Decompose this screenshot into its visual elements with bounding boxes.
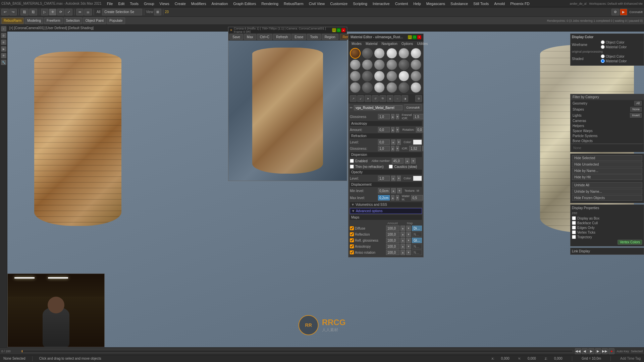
- disp-min-spin-up[interactable]: ▲: [391, 188, 396, 193]
- mat-sphere-6[interactable]: [411, 48, 421, 59]
- sidebar-utilities-icon[interactable]: 🔧: [1, 60, 6, 65]
- scale-btn[interactable]: ⤢: [65, 9, 72, 15]
- sidebar-display-icon[interactable]: 👁: [1, 53, 6, 58]
- menu-edit[interactable]: Edit: [115, 1, 127, 6]
- disp-max-spin-down[interactable]: ▼: [396, 195, 399, 200]
- hide-by-hit-btn[interactable]: Hide by Hit: [572, 174, 642, 180]
- refr-spin-up[interactable]: ▲: [391, 139, 395, 145]
- mat-menu-options[interactable]: Options: [400, 42, 415, 46]
- mat-sphere-14[interactable]: [362, 71, 373, 81]
- refr-gloss-input[interactable]: [378, 146, 390, 151]
- rw-minimize-btn[interactable]: _: [332, 28, 336, 32]
- map-rg-spin-up[interactable]: ▲: [400, 238, 405, 243]
- map-diffuse-name[interactable]: Diffuse (uiImaewga_8K_Albedo): [412, 226, 422, 231]
- menu-group[interactable]: Group: [141, 1, 157, 6]
- select-btn[interactable]: ▷: [41, 9, 48, 15]
- map-ar-spin-up[interactable]: ▲: [400, 250, 405, 255]
- key-btn[interactable]: ●: [608, 348, 614, 354]
- sidebar-motion-icon[interactable]: ▶: [1, 46, 6, 52]
- abbe-spin-down[interactable]: ▼: [411, 158, 416, 164]
- map-aniso-spin-down[interactable]: ▼: [406, 244, 411, 249]
- refr-ior-spin-up[interactable]: ▲: [422, 146, 423, 151]
- menu-civil-view[interactable]: Civil View: [306, 1, 327, 6]
- dp-backface-cb[interactable]: [572, 221, 576, 225]
- aniso-spin-up[interactable]: ▲: [391, 127, 394, 132]
- mat-menu-utilities[interactable]: Utilities: [415, 42, 429, 46]
- mat-sphere-18[interactable]: [411, 71, 421, 81]
- mat-sphere-4[interactable]: [386, 48, 397, 59]
- menu-customize[interactable]: Customize: [327, 1, 350, 6]
- mat-max-btn[interactable]: □: [413, 35, 417, 39]
- thin-refraction-cb[interactable]: [350, 165, 354, 169]
- rw-refresh-btn[interactable]: Refresh: [273, 34, 291, 40]
- unhide-all-btn[interactable]: Unhide All: [572, 182, 642, 188]
- mat-sphere-1[interactable]: [350, 48, 361, 59]
- map-refl-gloss-amount[interactable]: [386, 238, 399, 243]
- render-btn[interactable]: ▶: [620, 9, 627, 15]
- aniso-rot-input[interactable]: [416, 127, 423, 132]
- map-reflection-cb[interactable]: [350, 232, 354, 236]
- anisotropy-header[interactable]: Anisotropy: [350, 121, 422, 126]
- undo-btn[interactable]: ↩: [1, 9, 9, 15]
- gloss-spin-down[interactable]: ▼: [396, 114, 399, 119]
- refr-level-input[interactable]: [378, 139, 390, 145]
- map-refl-gloss-cb[interactable]: [350, 238, 354, 242]
- water-m-input[interactable]: [411, 195, 423, 200]
- opacity-header[interactable]: Opacity: [350, 170, 422, 175]
- rw-maximize-btn[interactable]: □: [337, 28, 341, 32]
- map-diffuse-amount[interactable]: [386, 226, 399, 231]
- menu-tools[interactable]: Tools: [127, 1, 141, 6]
- fresnel-ior-input[interactable]: [413, 114, 423, 119]
- menu-content[interactable]: Content: [392, 1, 411, 6]
- mat-tb-unique[interactable]: ◈: [387, 95, 393, 102]
- mat-sphere-19[interactable]: [350, 82, 361, 93]
- add-time-tag[interactable]: Add Time Tag: [620, 357, 641, 360]
- map-aniso-amount[interactable]: [386, 244, 399, 249]
- opacity-color-swatch[interactable]: [413, 176, 422, 181]
- select-link-btn[interactable]: ⛓: [20, 9, 29, 15]
- sidebar-create-icon[interactable]: +: [1, 26, 6, 32]
- play-pause-btn[interactable]: ▶: [588, 348, 594, 354]
- mat-sphere-12[interactable]: [411, 59, 421, 70]
- dp-vertex-colors-btn[interactable]: Vertex Colors: [618, 240, 642, 245]
- cat-geometry-all-btn[interactable]: All: [634, 101, 642, 106]
- mat-min-btn[interactable]: _: [408, 35, 412, 39]
- menu-animation[interactable]: Animation: [209, 1, 230, 6]
- menu-rendering[interactable]: Rendering: [259, 1, 281, 6]
- disp-max-input[interactable]: [378, 195, 390, 200]
- aniso-amount-input[interactable]: [378, 127, 390, 132]
- displacement-header[interactable]: Displacement: [350, 182, 422, 187]
- mat-sphere-16[interactable]: [386, 71, 397, 81]
- dispersion-enabled-cb[interactable]: [350, 159, 354, 163]
- map-diffuse-spin-up[interactable]: ▲: [400, 226, 405, 231]
- map-diffuse-cb[interactable]: [350, 226, 354, 230]
- maps-section-header[interactable]: Maps: [350, 215, 422, 220]
- populate-tab[interactable]: Populate: [107, 17, 125, 24]
- opacity-level-input[interactable]: [378, 176, 390, 181]
- last-frame-btn[interactable]: ▶▶: [602, 348, 608, 354]
- hide-unselected-btn[interactable]: Hide Unselected: [572, 162, 642, 167]
- mat-tb-sphere[interactable]: ○: [394, 95, 401, 102]
- play-btn[interactable]: ◀◀: [575, 348, 581, 354]
- refr-gloss-spin-up[interactable]: ▲: [391, 146, 394, 151]
- mat-sphere-21[interactable]: [374, 82, 385, 93]
- move-btn[interactable]: ✛: [49, 9, 56, 15]
- named-sel-btn[interactable]: Create Selection Se: [102, 9, 142, 15]
- aniso-spin-down[interactable]: ▼: [396, 127, 399, 132]
- mat-menu-navigation[interactable]: Navigation: [380, 42, 399, 46]
- cat-shapes-none-btn[interactable]: None: [630, 107, 642, 112]
- cat-lights-invert-btn[interactable]: Invert: [630, 113, 642, 118]
- mat-tb-options[interactable]: ⚙: [415, 95, 422, 102]
- mat-sphere-22[interactable]: [386, 82, 397, 93]
- shaded-obj-radio[interactable]: [601, 54, 605, 58]
- map-aniso-rot-amount[interactable]: [386, 250, 399, 255]
- next-frame-btn[interactable]: ▶: [595, 348, 601, 354]
- mat-sphere-2[interactable]: [362, 48, 373, 59]
- menu-modifiers[interactable]: Modifiers: [189, 1, 209, 6]
- rw-close-btn[interactable]: ×: [341, 28, 345, 32]
- modeling-tab[interactable]: Modeling: [25, 17, 43, 24]
- refr-gloss-spin-down[interactable]: ▼: [396, 146, 399, 151]
- map-aniso-cb[interactable]: [350, 244, 354, 248]
- rw-max-btn[interactable]: Max: [244, 34, 256, 40]
- mat-sphere-8[interactable]: [362, 59, 373, 70]
